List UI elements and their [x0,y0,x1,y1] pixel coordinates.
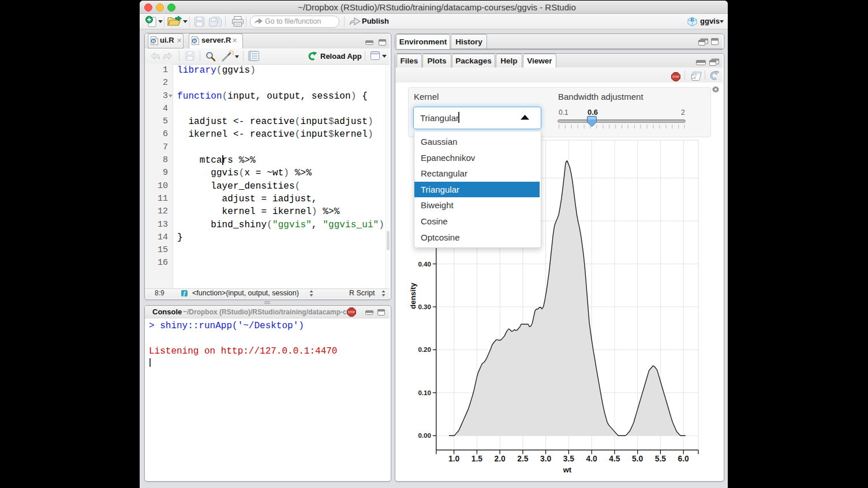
svg-text:0.40: 0.40 [418,261,431,268]
svg-text:R: R [690,17,694,22]
svg-text:0.00: 0.00 [418,432,431,439]
svg-text:0.30: 0.30 [418,303,431,310]
svg-text:R: R [152,39,155,44]
svg-text:0.20: 0.20 [418,346,431,353]
svg-text:5.5: 5.5 [655,455,667,463]
svg-text:STOP: STOP [672,76,679,78]
svg-text:2.0: 2.0 [495,455,506,463]
svg-text:1.0: 1.0 [448,455,460,463]
svg-text:6.0: 6.0 [678,455,690,463]
svg-text:4.5: 4.5 [609,455,620,463]
svg-text:3.5: 3.5 [563,455,575,463]
svg-text:3.0: 3.0 [540,455,552,463]
svg-text:R: R [193,39,196,44]
svg-text:wt: wt [563,466,572,474]
svg-text:STOP: STOP [348,311,355,314]
svg-text:1.5: 1.5 [472,455,483,463]
svg-text:density: density [409,282,417,309]
svg-text:2.5: 2.5 [517,455,529,463]
svg-text:4.0: 4.0 [586,455,598,463]
svg-text:0.10: 0.10 [418,389,431,396]
svg-text:5.0: 5.0 [632,455,643,463]
